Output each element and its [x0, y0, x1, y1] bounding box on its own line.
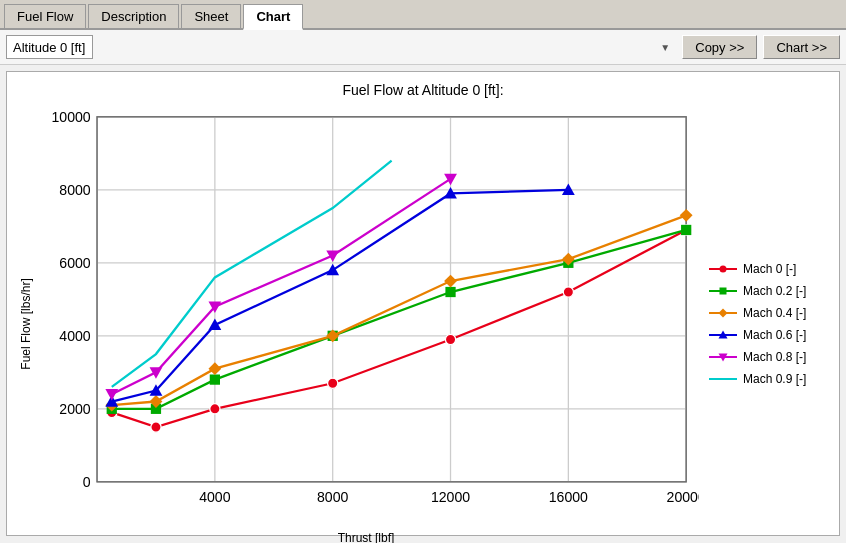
svg-rect-34 [210, 374, 220, 384]
legend-label: Mach 0.9 [-] [743, 372, 806, 386]
chart-container: Fuel Flow at Altitude 0 [ft]: Fuel Flow … [6, 71, 840, 536]
svg-text:8000: 8000 [317, 489, 348, 505]
tab-description[interactable]: Description [88, 4, 179, 28]
svg-text:4000: 4000 [199, 489, 230, 505]
svg-text:6000: 6000 [59, 255, 90, 271]
svg-text:12000: 12000 [431, 489, 470, 505]
legend-item: Mach 0.9 [-] [709, 372, 829, 386]
tab-fuel-flow[interactable]: Fuel Flow [4, 4, 86, 28]
svg-text:10000: 10000 [51, 109, 90, 125]
svg-marker-62 [719, 309, 728, 318]
svg-point-29 [445, 334, 455, 344]
chart-inner: 4000800012000160002000002000400060008000… [33, 104, 699, 543]
legend-label: Mach 0.2 [-] [743, 284, 806, 298]
svg-rect-36 [445, 287, 455, 297]
altitude-dropdown[interactable]: Altitude 0 [ft] [6, 35, 93, 59]
svg-point-30 [563, 287, 573, 297]
chart-area: Fuel Flow [lbs/hr] 400080001200016000200… [17, 104, 829, 543]
svg-point-28 [328, 378, 338, 388]
svg-text:0: 0 [83, 474, 91, 490]
legend-label: Mach 0.8 [-] [743, 350, 806, 364]
legend-label: Mach 0.6 [-] [743, 328, 806, 342]
tab-sheet[interactable]: Sheet [181, 4, 241, 28]
legend-label: Mach 0 [-] [743, 262, 796, 276]
svg-text:20000: 20000 [667, 489, 699, 505]
legend-item: Mach 0.8 [-] [709, 350, 829, 364]
svg-text:16000: 16000 [549, 489, 588, 505]
legend-item: Mach 0.4 [-] [709, 306, 829, 320]
chart-title: Fuel Flow at Altitude 0 [ft]: [342, 82, 503, 98]
svg-rect-0 [97, 117, 686, 482]
legend: Mach 0 [-]Mach 0.2 [-]Mach 0.4 [-]Mach 0… [699, 104, 829, 543]
x-axis-label: Thrust [lbf] [33, 527, 699, 543]
altitude-dropdown-wrapper[interactable]: Altitude 0 [ft] [6, 35, 676, 59]
svg-rect-38 [681, 225, 691, 235]
chart-button[interactable]: Chart >> [763, 35, 840, 59]
legend-item: Mach 0 [-] [709, 262, 829, 276]
svg-point-58 [720, 266, 727, 273]
svg-text:4000: 4000 [59, 328, 90, 344]
legend-label: Mach 0.4 [-] [743, 306, 806, 320]
tab-chart[interactable]: Chart [243, 4, 303, 30]
svg-rect-60 [720, 288, 727, 295]
legend-item: Mach 0.2 [-] [709, 284, 829, 298]
svg-point-26 [151, 422, 161, 432]
svg-text:8000: 8000 [59, 182, 90, 198]
copy-button[interactable]: Copy >> [682, 35, 757, 59]
toolbar: Altitude 0 [ft] Copy >> Chart >> [0, 30, 846, 65]
legend-item: Mach 0.6 [-] [709, 328, 829, 342]
chart-svg: 4000800012000160002000002000400060008000… [33, 104, 699, 527]
y-axis-label: Fuel Flow [lbs/hr] [17, 104, 33, 543]
svg-point-27 [210, 404, 220, 414]
tabs-bar: Fuel Flow Description Sheet Chart [0, 0, 846, 30]
svg-text:2000: 2000 [59, 401, 90, 417]
